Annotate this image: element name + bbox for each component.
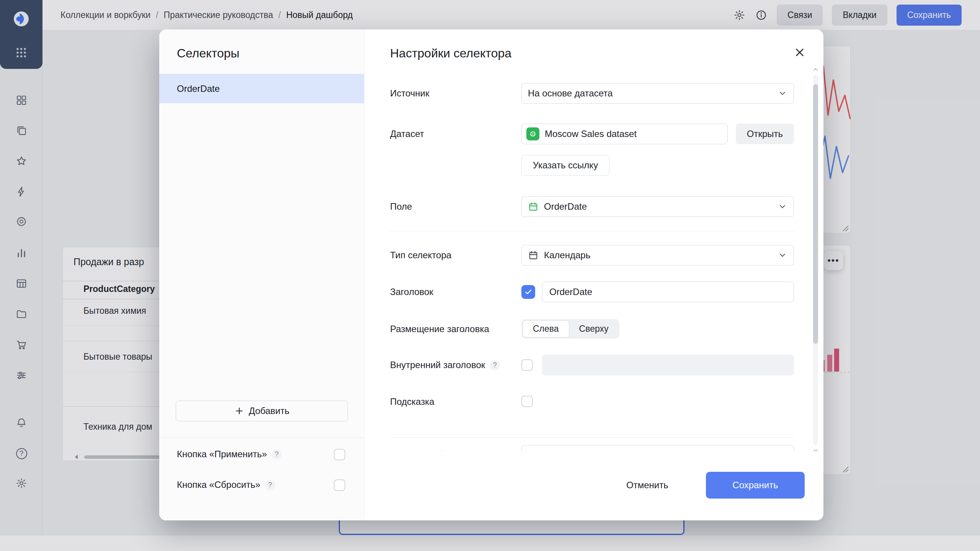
selector-settings-panel: Настройки селектора Источник На основе д… — [364, 29, 823, 520]
reset-help-icon[interactable]: ? — [265, 480, 275, 490]
reset-button-setting-row: Кнопка «Сбросить» ? — [159, 474, 364, 496]
scroll-up-icon[interactable] — [812, 66, 819, 73]
hint-label: Подсказка — [390, 391, 434, 412]
chevron-down-icon — [777, 88, 787, 98]
source-label: Источник — [390, 83, 429, 104]
calendar-icon — [528, 250, 539, 261]
app-root: ? Коллекции и воркбуки / Практические ру… — [0, 0, 980, 551]
apply-button-setting-row: Кнопка «Применить» ? — [159, 443, 364, 465]
field-label: Поле — [390, 196, 412, 217]
cancel-button[interactable]: Отменить — [619, 472, 675, 499]
title-placement-segmented: Слева Сверху — [521, 319, 619, 339]
inner-title-input[interactable] — [542, 355, 794, 375]
dataset-field[interactable]: Moscow Sales dataset — [521, 124, 728, 144]
apply-button-label: Кнопка «Применить» — [177, 449, 267, 460]
reset-button-label: Кнопка «Сбросить» — [177, 479, 260, 490]
inner-title-checkbox[interactable] — [521, 359, 533, 371]
specify-link-button[interactable]: Указать ссылку — [521, 155, 609, 176]
vertical-scrollbar-thumb[interactable] — [813, 84, 818, 344]
plus-icon — [234, 406, 244, 416]
dataset-icon — [526, 127, 539, 140]
close-icon — [793, 46, 806, 59]
apply-help-icon[interactable]: ? — [271, 449, 282, 460]
settings-divider — [390, 437, 794, 438]
inner-title-help-icon[interactable]: ? — [490, 360, 500, 370]
title-input[interactable] — [542, 282, 794, 302]
selector-type-label: Тип селектора — [390, 245, 451, 266]
selector-type-select[interactable]: Календарь — [521, 245, 794, 266]
left-panel-divider — [159, 437, 364, 438]
settings-panel-title: Настройки селектора — [390, 46, 511, 60]
title-checkbox[interactable] — [521, 285, 535, 299]
selector-list-item-orderdate[interactable]: OrderDate — [159, 74, 364, 103]
selector-dialog: Селекторы OrderDate Добавить Кнопка «При… — [159, 29, 823, 520]
dialog-footer: Отменить Сохранить — [364, 451, 823, 520]
selectors-panel-title: Селекторы — [177, 46, 240, 60]
dataset-label: Датасет — [390, 124, 424, 144]
reset-button-checkbox[interactable] — [334, 479, 345, 491]
checkmark-icon — [524, 287, 533, 297]
calendar-field-icon — [528, 201, 539, 212]
placement-option-top[interactable]: Сверху — [569, 320, 619, 337]
open-dataset-button[interactable]: Открыть — [736, 124, 794, 144]
selectors-panel: Селекторы OrderDate Добавить Кнопка «При… — [159, 29, 364, 520]
close-dialog-button[interactable] — [793, 46, 807, 59]
inner-title-label: Внутренний заголовок ? — [390, 355, 500, 375]
title-placement-label: Размещение заголовка — [390, 319, 489, 339]
placement-option-left[interactable]: Слева — [523, 320, 569, 337]
add-selector-button[interactable]: Добавить — [176, 401, 348, 421]
source-select[interactable]: На основе датасета — [521, 83, 794, 104]
field-select[interactable]: OrderDate — [521, 196, 794, 217]
title-label: Заголовок — [390, 282, 433, 302]
settings-divider — [390, 231, 794, 231]
chevron-down-icon — [777, 202, 787, 212]
chevron-down-icon — [777, 250, 787, 260]
save-selector-button[interactable]: Сохранить — [706, 472, 805, 499]
hint-checkbox[interactable] — [521, 396, 533, 407]
apply-button-checkbox[interactable] — [334, 449, 345, 460]
